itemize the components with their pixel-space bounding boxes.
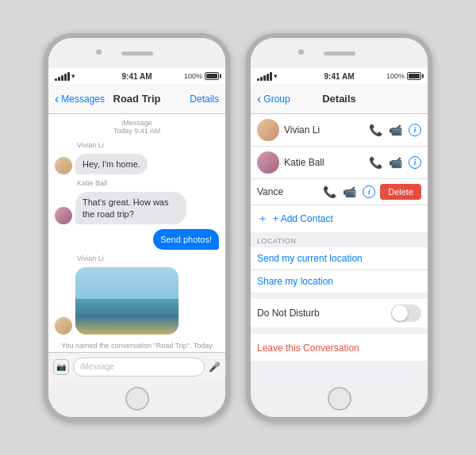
add-icon: ＋: [257, 212, 268, 226]
details-button[interactable]: Details: [190, 94, 219, 105]
signal-area-2: ▾: [257, 72, 278, 81]
input-placeholder: iMessage: [80, 362, 114, 371]
status-time-1: 9:41 AM: [122, 72, 152, 81]
dnd-label: Do Not Disturb: [257, 308, 391, 319]
nav-title-1: Road Trip: [113, 93, 161, 105]
message-input[interactable]: iMessage: [73, 358, 205, 377]
bar5: [67, 72, 70, 81]
avatar-vivian-detail: [257, 119, 279, 141]
avatar-vivian-2: [55, 317, 72, 335]
contact-actions-vivian: 📞 📹 i: [369, 124, 421, 136]
phone-bottom-2: [251, 380, 428, 417]
delete-button[interactable]: Delete: [380, 184, 421, 200]
video-icon-vance[interactable]: 📹: [343, 185, 356, 198]
send-location-row[interactable]: Send my current location: [251, 247, 428, 270]
status-time-2: 9:41 AM: [324, 72, 355, 81]
add-contact-row[interactable]: ＋ + Add Contact: [251, 205, 428, 232]
mic-icon[interactable]: 🎤: [209, 361, 221, 373]
location-section-header: LOCATION: [251, 232, 428, 247]
home-button-1[interactable]: [125, 387, 149, 411]
avatar-katie-detail: [257, 151, 279, 174]
avatar-vivian-2-img: [55, 317, 72, 335]
msg-sender-vivian: Vivian Li: [55, 141, 219, 149]
phone-2: ▾ 9:41 AM 100% ‹ Group Details Vivian: [246, 33, 432, 422]
bar4: [64, 74, 67, 81]
avatar-vivian-img: [55, 157, 72, 174]
bar1: [55, 78, 57, 81]
contact-name-vance: Vance: [257, 186, 318, 197]
signal-bars-2: [257, 72, 272, 81]
msg-sender-katie: Katie Ball: [55, 179, 219, 187]
info-icon-vance[interactable]: i: [363, 185, 375, 198]
messages-area: iMessageToday 9:41 AM Vivian Li Hey, I'm…: [48, 114, 225, 352]
leave-label: Leave this Conversation: [257, 342, 359, 354]
share-location-row[interactable]: Share my location: [251, 270, 428, 292]
camera-dot-2: [298, 49, 304, 55]
msg-row-2: That's great. How was the road trip?: [55, 192, 219, 224]
wifi-icon: ▾: [71, 72, 75, 80]
avatar-vivian: [55, 157, 72, 174]
video-icon-katie[interactable]: 📹: [389, 156, 402, 169]
speaker-2: [324, 52, 355, 55]
battery-icon-2: [407, 72, 421, 80]
video-icon-vivian[interactable]: 📹: [389, 124, 402, 136]
avatar-katie-img: [55, 207, 72, 224]
leave-row[interactable]: Leave this Conversation: [251, 334, 428, 361]
msg-row-3: Send photos!: [55, 229, 219, 250]
contact-name-vivian: Vivian Li: [284, 124, 364, 136]
bar2: [58, 77, 60, 81]
bar2-1: [257, 78, 259, 81]
back-label-1: Messages: [61, 94, 105, 105]
bubble-1: Hey, I'm home.: [75, 154, 148, 174]
battery-fill-2: [409, 74, 420, 78]
photo-sky: [75, 267, 178, 303]
signal-bars: [55, 72, 70, 81]
msg-row-photo: [55, 267, 219, 335]
back-label-2: Group: [263, 94, 290, 105]
phone-bottom-1: [48, 380, 225, 417]
battery-area-1: 100%: [184, 72, 219, 80]
status-bar-2: ▾ 9:41 AM 100%: [251, 68, 428, 84]
photo-bubble: [75, 267, 178, 335]
bubble-3: Send photos!: [153, 229, 219, 250]
chevron-left-icon-1: ‹: [55, 93, 59, 105]
battery-fill-1: [206, 74, 217, 78]
nav-bar-2: ‹ Group Details: [251, 84, 428, 114]
phone-icon-vivian[interactable]: 📞: [369, 124, 382, 136]
battery-icon-1: [205, 72, 219, 80]
info-icon-katie[interactable]: i: [409, 156, 421, 169]
bar2-3: [263, 75, 266, 81]
camera-dot: [96, 49, 102, 55]
details-screen: Vivian Li 📞 📹 i Katie Ball 📞 📹 i: [251, 114, 428, 380]
contact-actions-katie: 📞 📹 i: [369, 156, 421, 169]
bar2-5: [270, 72, 272, 81]
imessage-label: iMessageToday 9:41 AM: [55, 119, 219, 135]
nav-title-2: Details: [322, 93, 356, 105]
phone-icon-katie[interactable]: 📞: [369, 156, 382, 169]
photo-sender-label: Vivian Li: [55, 254, 219, 262]
contact-actions-vance: 📞 📹 i: [323, 185, 375, 198]
home-button-2[interactable]: [328, 387, 351, 411]
dnd-toggle[interactable]: [391, 304, 421, 322]
phone-top-2: [251, 38, 428, 68]
back-button-1[interactable]: ‹ Messages: [55, 93, 105, 105]
back-button-2[interactable]: ‹ Group: [257, 93, 290, 105]
contact-row-katie: Katie Ball 📞 📹 i: [251, 147, 428, 179]
battery-pct-1: 100%: [184, 72, 202, 80]
info-icon-vivian[interactable]: i: [409, 124, 421, 136]
camera-icon[interactable]: 📷: [53, 359, 69, 375]
wifi-icon-2: ▾: [274, 72, 278, 80]
avatar-katie: [55, 207, 72, 224]
toggle-knob: [392, 305, 408, 321]
bar2-4: [267, 74, 269, 81]
contact-row-vance: Vance 📞 📹 i Delete: [251, 179, 428, 205]
bar2-2: [260, 77, 263, 81]
contact-row-vivian: Vivian Li 📞 📹 i: [251, 114, 428, 147]
phone-icon-vance[interactable]: 📞: [323, 185, 336, 198]
screen-2: ▾ 9:41 AM 100% ‹ Group Details Vivian: [251, 68, 428, 380]
screen-1: ▾ 9:41 AM 100% ‹ Messages Road Trip Deta…: [48, 68, 225, 380]
signal-area: ▾: [55, 72, 75, 81]
dnd-row: Do Not Disturb: [251, 299, 428, 327]
photo-sea: [75, 299, 178, 335]
phone-top-1: [48, 38, 225, 68]
